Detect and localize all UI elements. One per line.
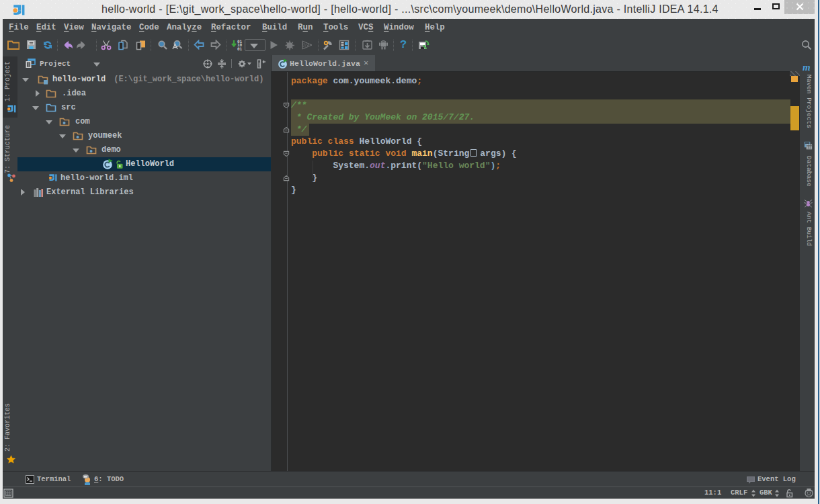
svg-text:01: 01 (237, 46, 243, 51)
